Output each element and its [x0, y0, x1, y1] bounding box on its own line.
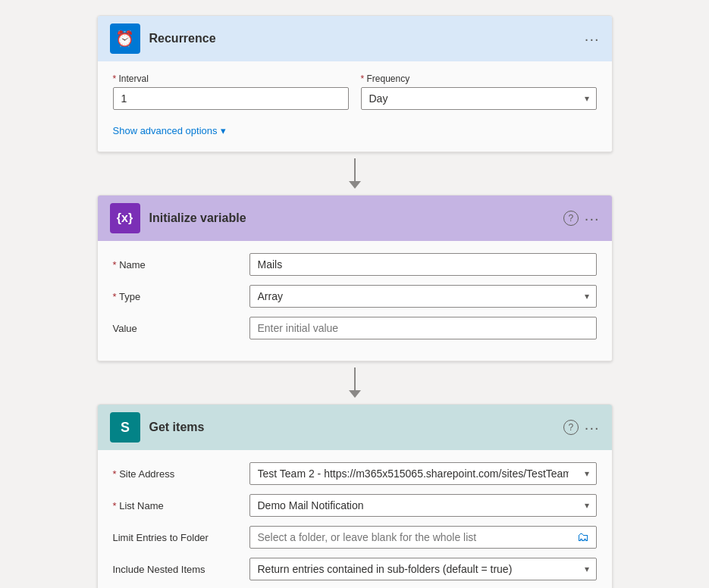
type-select-wrapper: Array String Integer Boolean Object Floa… — [249, 285, 597, 308]
site-address-label: * Site Address — [113, 462, 249, 480]
get-items-more-button[interactable]: ··· — [585, 419, 600, 436]
type-label: * Type — [113, 285, 249, 302]
recurrence-header: ⏰ Recurrence ··· — [98, 16, 612, 61]
nested-items-select[interactable]: Return entries contained in sub-folders … — [249, 558, 597, 580]
list-name-label: * List Name — [113, 494, 249, 511]
type-select[interactable]: Array String Integer Boolean Object Floa… — [249, 285, 597, 308]
nested-items-select-wrapper: Return entries contained in sub-folders … — [249, 558, 597, 580]
init-variable-header: {x} Initialize variable ? ··· — [98, 195, 612, 241]
site-address-select[interactable]: Test Team 2 - https://m365x515065.sharep… — [249, 462, 597, 485]
get-items-icon-symbol: S — [121, 420, 129, 436]
limit-entries-input[interactable] — [249, 526, 597, 549]
limit-entries-label: Limit Entries to Folder — [113, 526, 249, 543]
connector-1 — [349, 158, 361, 189]
name-input[interactable] — [249, 253, 597, 276]
value-label: Value — [113, 317, 249, 334]
get-items-actions: ? ··· — [563, 419, 600, 436]
name-label: * Name — [113, 253, 249, 271]
init-variable-icon: {x} — [110, 203, 140, 233]
limit-entries-row: Limit Entries to Folder 🗂 — [113, 526, 597, 549]
frequency-label: * Frequency — [361, 74, 597, 84]
get-items-card: S Get items ? ··· * Site Address Test Te… — [97, 404, 613, 588]
frequency-group: * Frequency Day Week Month ▾ — [361, 74, 597, 110]
list-name-select-wrapper: Demo Mail Notification ▾ — [249, 494, 597, 517]
recurrence-show-advanced-button[interactable]: Show advanced options ▾ — [113, 122, 226, 139]
connector-2 — [349, 368, 361, 398]
interval-input[interactable] — [113, 87, 349, 110]
get-items-header: S Get items ? ··· — [98, 405, 612, 450]
init-variable-more-button[interactable]: ··· — [585, 210, 600, 227]
recurrence-actions: ··· — [585, 30, 600, 48]
get-items-icon: S — [110, 412, 140, 443]
site-address-select-wrapper: Test Team 2 - https://m365x515065.sharep… — [249, 462, 597, 485]
interval-label: * Interval — [113, 74, 349, 84]
type-row: * Type Array String Integer Boolean Obje… — [113, 285, 597, 308]
folder-icon: 🗂 — [577, 530, 589, 544]
connector-arrow-head-1 — [349, 181, 361, 189]
recurrence-body: * Interval * Frequency Day Week Month — [98, 61, 612, 152]
init-variable-help-button[interactable]: ? — [563, 211, 579, 226]
value-input[interactable] — [249, 317, 597, 339]
nested-items-row: Include Nested Items Return entries cont… — [113, 558, 597, 580]
recurrence-more-button[interactable]: ··· — [585, 30, 600, 48]
connector-arrow-head-2 — [349, 390, 361, 398]
interval-group: * Interval — [113, 74, 349, 110]
get-items-help-button[interactable]: ? — [563, 420, 579, 435]
init-variable-body: * Name * Type Array String Integer Boole… — [98, 241, 612, 361]
get-items-body: * Site Address Test Team 2 - https://m36… — [98, 450, 612, 588]
site-address-row: * Site Address Test Team 2 - https://m36… — [113, 462, 597, 485]
recurrence-card: ⏰ Recurrence ··· * Interval * Frequency — [97, 15, 613, 152]
frequency-select[interactable]: Day Week Month — [361, 87, 597, 110]
list-name-select[interactable]: Demo Mail Notification — [249, 494, 597, 517]
recurrence-advanced-chevron-icon: ▾ — [221, 125, 226, 136]
recurrence-icon: ⏰ — [110, 23, 140, 54]
recurrence-title: Recurrence — [149, 32, 585, 45]
connector-line-2 — [354, 368, 356, 390]
get-items-title: Get items — [149, 421, 563, 434]
value-row: Value — [113, 317, 597, 339]
recurrence-fields-row: * Interval * Frequency Day Week Month — [113, 74, 597, 110]
flow-canvas: ⏰ Recurrence ··· * Interval * Frequency — [97, 15, 613, 588]
recurrence-show-advanced-label: Show advanced options — [113, 125, 218, 136]
init-variable-icon-symbol: {x} — [117, 211, 133, 225]
list-name-row: * List Name Demo Mail Notification ▾ — [113, 494, 597, 517]
limit-entries-input-wrapper: 🗂 — [249, 526, 597, 549]
frequency-select-wrapper: Day Week Month ▾ — [361, 87, 597, 110]
init-variable-actions: ? ··· — [563, 210, 600, 227]
connector-line-1 — [354, 158, 356, 181]
name-row: * Name — [113, 253, 597, 276]
init-variable-title: Initialize variable — [149, 211, 563, 225]
recurrence-icon-symbol: ⏰ — [115, 30, 134, 48]
nested-items-label: Include Nested Items — [113, 558, 249, 575]
init-variable-card: {x} Initialize variable ? ··· * Name * T… — [97, 195, 613, 361]
